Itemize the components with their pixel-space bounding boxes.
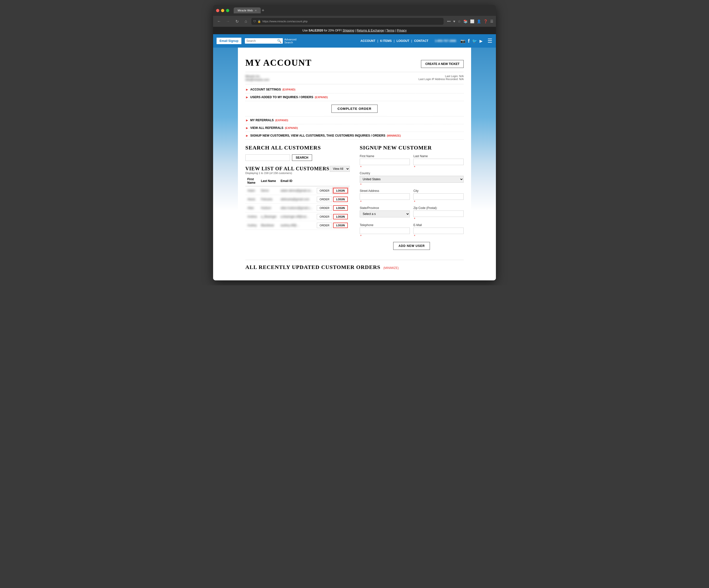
country-field: United States * (360, 176, 464, 187)
responsive-icon[interactable]: ⬜ (470, 19, 474, 23)
telephone-input[interactable] (360, 228, 410, 234)
email-signup-btn[interactable]: Email Signup (216, 38, 241, 44)
table-row: Adam Demo adam.demo@gmail.co... ORDER LO… (245, 186, 350, 195)
create-ticket-btn[interactable]: CREATE A NEW TICKET (421, 60, 464, 68)
nav-phone-link[interactable]: 1-855-767-2888 (433, 39, 458, 43)
my-referrals-expand-link[interactable]: (EXPAND) (275, 119, 288, 122)
search-submit-btn[interactable]: 🔍 (277, 39, 281, 43)
bookmark-icon[interactable]: ☆ (458, 19, 461, 23)
view-all-referrals-expand-link[interactable]: (EXPAND) (285, 127, 298, 130)
customer-last-name: a_Blasinger (259, 213, 279, 221)
account-settings-label: ACCOUNT SETTINGS (250, 88, 281, 91)
nav-account-link[interactable]: ACCOUNT (359, 39, 377, 43)
street-field: * (360, 193, 410, 204)
customer-first-name: Alexis (245, 195, 259, 204)
account-email: info@miracle.com (245, 78, 269, 82)
reload-btn[interactable]: ↻ (233, 18, 240, 25)
customer-first-name: Andrea (245, 213, 259, 221)
nav-bar: Email Signup 🔍 AdvancedSearch ACCOUNT | … (213, 34, 496, 48)
forward-btn[interactable]: → (225, 18, 232, 25)
back-btn[interactable]: ← (216, 18, 222, 25)
nav-logout-link[interactable]: LOGOUT (394, 39, 411, 43)
last-name-input[interactable] (413, 159, 464, 165)
advanced-search-link[interactable]: AdvancedSearch (284, 38, 296, 44)
zip-input[interactable] (413, 211, 464, 217)
account-settings-expand-link[interactable]: (EXPAND) (282, 88, 295, 91)
two-column-layout: SEARCH ALL CUSTOMERS SEARCH VIEW LIST OF… (245, 144, 464, 250)
search-customers-form: SEARCH (245, 155, 350, 161)
more-icon[interactable]: ••• (447, 19, 451, 23)
city-input[interactable] (413, 193, 464, 200)
street-required: * (360, 200, 362, 204)
promo-text-before: Use (303, 29, 309, 32)
login-btn-row2[interactable]: LOGIN (333, 197, 348, 202)
bookmarks-list-icon[interactable]: 📚 (464, 19, 468, 23)
login-btn-row1-highlighted[interactable]: LOGIN (333, 188, 348, 193)
promo-terms-link[interactable]: Terms (386, 29, 394, 32)
active-tab[interactable]: Miracle Web ✕ (234, 7, 261, 13)
account-settings-row: ► ACCOUNT SETTINGS (EXPAND) (245, 86, 464, 93)
signup-customers-minimize-link[interactable]: (MINIMIZE) (387, 134, 401, 137)
promo-privacy-link[interactable]: Privacy (397, 29, 406, 32)
promo-shipping-link[interactable]: Shipping (343, 29, 354, 32)
youtube-icon[interactable]: ▶ (479, 39, 482, 44)
country-required: * (360, 183, 362, 187)
street-input[interactable] (360, 193, 410, 200)
minimize-icon[interactable] (221, 9, 224, 12)
bottom-section-minimize-link[interactable]: (MINIMIZE) (383, 266, 399, 270)
customer-search-input[interactable] (245, 155, 290, 161)
tab-close-btn[interactable]: ✕ (255, 9, 257, 12)
home-btn[interactable]: ⌂ (242, 18, 249, 25)
order-btn-row1[interactable]: ORDER (317, 188, 332, 193)
twitter-icon[interactable]: 🐦 (472, 39, 477, 44)
customer-first-name: Allan (245, 204, 259, 213)
order-btn-row2[interactable]: ORDER (317, 197, 332, 202)
table-body: Adam Demo adam.demo@gmail.co... ORDER LO… (245, 186, 350, 230)
maximize-icon[interactable] (226, 9, 229, 12)
promo-returns-link[interactable]: Returns & Exchange (357, 29, 384, 32)
customer-email: allan.hudson@gmail.c... (279, 204, 315, 213)
country-select[interactable]: United States (360, 176, 464, 183)
users-added-expand-link[interactable]: (EXPAND) (315, 96, 328, 99)
email-input[interactable] (413, 228, 464, 234)
help-icon[interactable]: ❓ (483, 19, 488, 23)
page-content: Use SALE2020 for 20% OFF! Shipping | Ret… (213, 27, 496, 280)
pocket-icon[interactable]: ♥ (453, 19, 455, 23)
hamburger-menu-icon[interactable]: ☰ (488, 38, 493, 44)
instagram-icon[interactable]: 📷 (461, 39, 465, 44)
list-header: VIEW LIST OF ALL CUSTOMERS Displaying 1 … (245, 166, 350, 174)
customer-search-btn[interactable]: SEARCH (292, 155, 312, 161)
company-name: Miracle Inc. (245, 75, 269, 78)
street-label: Street Address (360, 189, 410, 193)
profile-icon[interactable]: 👤 (477, 19, 481, 23)
login-btn-row5[interactable]: LOGIN (333, 223, 348, 228)
view-all-referrals-arrow: ► (245, 126, 249, 130)
browser-titlebar: Miracle Web ✕ + (213, 5, 496, 16)
first-name-input[interactable] (360, 159, 410, 165)
menu-icon[interactable]: ☰ (490, 19, 493, 23)
search-input[interactable] (246, 39, 276, 43)
facebook-icon[interactable]: f (468, 38, 470, 44)
first-name-field: * (360, 159, 410, 169)
address-bar[interactable]: 🛡 🔒 https://www.miracle.com/account.php (251, 18, 444, 25)
order-btn-row4[interactable]: ORDER (317, 214, 332, 219)
promo-text-middle: for 20% OFF! (324, 29, 343, 32)
login-btn-row4[interactable]: LOGIN (333, 214, 348, 219)
city-field: * (413, 193, 464, 204)
order-btn-row5[interactable]: ORDER (317, 223, 332, 228)
city-label: City (413, 189, 464, 193)
add-new-user-btn[interactable]: ADD NEW USER (393, 242, 430, 250)
left-column: SEARCH ALL CUSTOMERS SEARCH VIEW LIST OF… (245, 144, 350, 250)
nav-contact-link[interactable]: CONTACT (412, 39, 430, 43)
order-btn-row3[interactable]: ORDER (317, 205, 332, 211)
nav-items-link[interactable]: 6 ITEMS (378, 39, 394, 43)
close-icon[interactable] (216, 9, 219, 12)
browser-window: Miracle Web ✕ + ← → ↻ ⌂ 🛡 🔒 https://www.… (213, 5, 496, 280)
users-added-row: ► USERS ADDED TO MY INQUIRIES / ORDERS (… (245, 93, 464, 101)
customer-actions: ORDER LOGIN (315, 204, 350, 213)
login-btn-row3[interactable]: LOGIN (333, 205, 348, 211)
state-select[interactable]: Select a s (360, 211, 410, 217)
view-all-select[interactable]: View All (330, 166, 350, 172)
new-tab-btn[interactable]: + (262, 8, 264, 13)
complete-order-btn[interactable]: COMPLETE ORDER (332, 105, 378, 113)
